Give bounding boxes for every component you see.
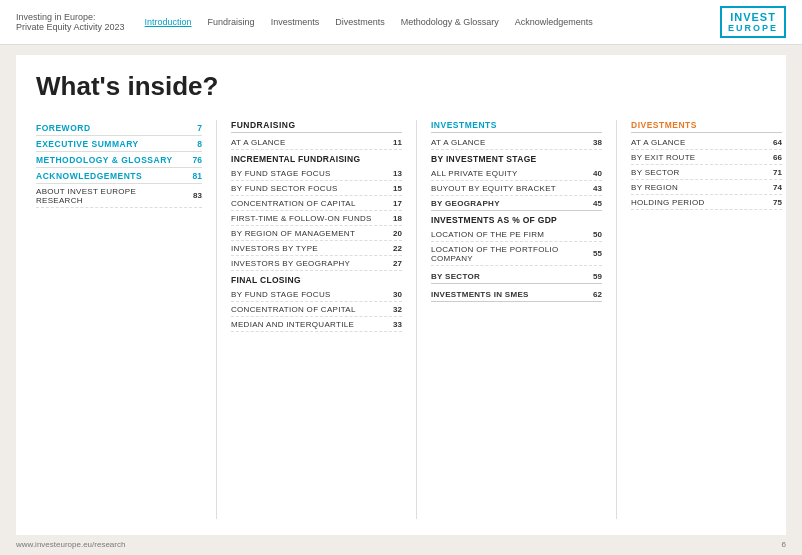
- investments-glance-num: 38: [584, 138, 602, 147]
- fundraising-by-fund-stage[interactable]: BY FUND STAGE FOCUS 13: [231, 166, 402, 181]
- by-region-label: BY REGION OF MANAGEMENT: [231, 229, 355, 238]
- divest-glance-num: 64: [764, 138, 782, 147]
- investments-glance-label: AT A GLANCE: [431, 138, 486, 147]
- fundraising-investors-by-type[interactable]: INVESTORS BY TYPE 22: [231, 241, 402, 256]
- top-navigation: Investing in Europe: Private Equity Acti…: [0, 0, 802, 45]
- final-concentration-num: 32: [384, 305, 402, 314]
- by-fund-stage-label: BY FUND STAGE FOCUS: [231, 169, 331, 178]
- investments-location-portfolio[interactable]: LOCATION OF THE PORTFOLIO COMPANY 55: [431, 242, 602, 266]
- nav-link-fundraising[interactable]: Fundraising: [208, 17, 255, 27]
- all-pe-num: 40: [584, 169, 602, 178]
- final-by-fund-stage[interactable]: BY FUND STAGE FOCUS 30: [231, 287, 402, 302]
- fundraising-by-fund-sector[interactable]: BY FUND SECTOR FOCUS 15: [231, 181, 402, 196]
- final-fund-stage-num: 30: [384, 290, 402, 299]
- investments-buyout[interactable]: BUYOUT BY EQUITY BRACKET 43: [431, 181, 602, 196]
- foreword-num: 7: [197, 123, 202, 133]
- page-footer: www.investeurope.eu/research 6: [0, 540, 802, 549]
- smes-num: 62: [584, 290, 602, 299]
- by-investment-header: BY INVESTMENT STAGE: [431, 150, 602, 166]
- divestments-exit-route[interactable]: BY EXIT ROUTE 66: [631, 150, 782, 165]
- exec-summary-label: EXECUTIVE SUMMARY: [36, 139, 139, 149]
- fundraising-glance-label: AT A GLANCE: [231, 138, 286, 147]
- fundraising-first-time[interactable]: FIRST-TIME & FOLLOW-ON FUNDS 18: [231, 211, 402, 226]
- location-portfolio-label: LOCATION OF THE PORTFOLIO COMPANY: [431, 245, 584, 263]
- investors-by-type-num: 22: [384, 244, 402, 253]
- investments-all-pe[interactable]: ALL PRIVATE EQUITY 40: [431, 166, 602, 181]
- final-concentration-label: CONCENTRATION OF CAPITAL: [231, 305, 356, 314]
- divestments-header: DIVESTMENTS: [631, 120, 782, 133]
- location-portfolio-num: 55: [584, 249, 602, 258]
- fundraising-investors-by-geography[interactable]: INVESTORS BY GEOGRAPHY 27: [231, 256, 402, 271]
- exec-summary-num: 8: [197, 139, 202, 149]
- nav-link-introduction[interactable]: Introduction: [145, 17, 192, 27]
- investments-location-pe[interactable]: LOCATION OF THE PE FIRM 50: [431, 227, 602, 242]
- acknowledgements-num: 81: [193, 171, 202, 181]
- divestments-column: DIVESTMENTS AT A GLANCE 64 BY EXIT ROUTE…: [616, 120, 796, 519]
- investments-at-a-glance[interactable]: AT A GLANCE 38: [431, 135, 602, 150]
- divest-region-label: BY REGION: [631, 183, 678, 192]
- fundraising-concentration-capital[interactable]: CONCENTRATION OF CAPITAL 17: [231, 196, 402, 211]
- buyout-label: BUYOUT BY EQUITY BRACKET: [431, 184, 556, 193]
- investments-by-sector[interactable]: BY SECTOR 59: [431, 269, 602, 284]
- main-content: What's inside? FOREWORD 7 EXECUTIVE SUMM…: [16, 55, 786, 535]
- toc-item-acknowledgements[interactable]: ACKNOWLEDGEMENTS 81: [36, 168, 202, 184]
- nav-branding: Investing in Europe: Private Equity Acti…: [16, 12, 125, 32]
- footer-url: www.investeurope.eu/research: [16, 540, 125, 549]
- investors-by-geography-label: INVESTORS BY GEOGRAPHY: [231, 259, 350, 268]
- acknowledgements-label: ACKNOWLEDGEMENTS: [36, 171, 142, 181]
- by-fund-sector-num: 15: [384, 184, 402, 193]
- about-label: ABOUT INVEST EUROPE RESEARCH: [36, 187, 184, 205]
- by-geography-num: 45: [584, 199, 602, 208]
- buyout-num: 43: [584, 184, 602, 193]
- final-closing-header: FINAL CLOSING: [231, 271, 402, 287]
- investments-by-geography[interactable]: BY GEOGRAPHY 45: [431, 196, 602, 211]
- divestments-by-sector[interactable]: BY SECTOR 71: [631, 165, 782, 180]
- logo-invest-text: INVEST: [730, 11, 776, 23]
- toc-item-foreword[interactable]: FOREWORD 7: [36, 120, 202, 136]
- by-sector-label: BY SECTOR: [431, 272, 480, 281]
- logo-box: INVEST EUROPE: [720, 6, 786, 38]
- concentration-capital-label: CONCENTRATION OF CAPITAL: [231, 199, 356, 208]
- final-concentration-capital[interactable]: CONCENTRATION OF CAPITAL 32: [231, 302, 402, 317]
- divestments-by-region[interactable]: BY REGION 74: [631, 180, 782, 195]
- divest-region-num: 74: [764, 183, 782, 192]
- nav-link-methodology[interactable]: Methodology & Glossary: [401, 17, 499, 27]
- nav-link-investments[interactable]: Investments: [271, 17, 320, 27]
- by-fund-sector-label: BY FUND SECTOR FOCUS: [231, 184, 338, 193]
- nav-link-divestments[interactable]: Divestments: [335, 17, 385, 27]
- investments-smes[interactable]: INVESTMENTS IN SMES 62: [431, 287, 602, 302]
- foreword-label: FOREWORD: [36, 123, 91, 133]
- investments-gdp-header: INVESTMENTS AS % OF GDP: [431, 211, 602, 227]
- incremental-header: INCREMENTAL FUNDRAISING: [231, 150, 402, 166]
- final-fund-stage-label: BY FUND STAGE FOCUS: [231, 290, 331, 299]
- final-median-label: MEDIAN AND INTERQUARTILE: [231, 320, 354, 329]
- about-num: 83: [184, 191, 202, 200]
- divestments-at-a-glance[interactable]: AT A GLANCE 64: [631, 135, 782, 150]
- divest-sector-num: 71: [764, 168, 782, 177]
- toc-item-exec-summary[interactable]: EXECUTIVE SUMMARY 8: [36, 136, 202, 152]
- nav-link-acknowledgements[interactable]: Acknowledgements: [515, 17, 593, 27]
- by-sector-num: 59: [584, 272, 602, 281]
- investments-column: INVESTMENTS AT A GLANCE 38 BY INVESTMENT…: [416, 120, 616, 519]
- fundraising-by-region[interactable]: BY REGION OF MANAGEMENT 20: [231, 226, 402, 241]
- nav-links: Introduction Fundraising Investments Div…: [145, 17, 720, 27]
- toc-item-methodology[interactable]: METHODOLOGY & GLOSSARY 76: [36, 152, 202, 168]
- divest-sector-label: BY SECTOR: [631, 168, 680, 177]
- toc-grid: FOREWORD 7 EXECUTIVE SUMMARY 8 METHODOLO…: [36, 120, 766, 519]
- smes-label: INVESTMENTS IN SMES: [431, 290, 529, 299]
- location-pe-label: LOCATION OF THE PE FIRM: [431, 230, 544, 239]
- footer-page-num: 6: [782, 540, 786, 549]
- logo-europe-text: EUROPE: [728, 23, 778, 33]
- by-fund-stage-num: 13: [384, 169, 402, 178]
- all-pe-label: ALL PRIVATE EQUITY: [431, 169, 518, 178]
- toc-item-about[interactable]: ABOUT INVEST EUROPE RESEARCH 83: [36, 184, 202, 208]
- left-column: FOREWORD 7 EXECUTIVE SUMMARY 8 METHODOLO…: [36, 120, 216, 519]
- nav-subtitle: Private Equity Activity 2023: [16, 22, 125, 32]
- fundraising-at-a-glance[interactable]: AT A GLANCE 11: [231, 135, 402, 150]
- logo: INVEST EUROPE: [720, 6, 786, 38]
- divestments-holding-period[interactable]: HOLDING PERIOD 75: [631, 195, 782, 210]
- investors-by-type-label: INVESTORS BY TYPE: [231, 244, 318, 253]
- holding-period-num: 75: [764, 198, 782, 207]
- final-median[interactable]: MEDIAN AND INTERQUARTILE 33: [231, 317, 402, 332]
- first-time-label: FIRST-TIME & FOLLOW-ON FUNDS: [231, 214, 372, 223]
